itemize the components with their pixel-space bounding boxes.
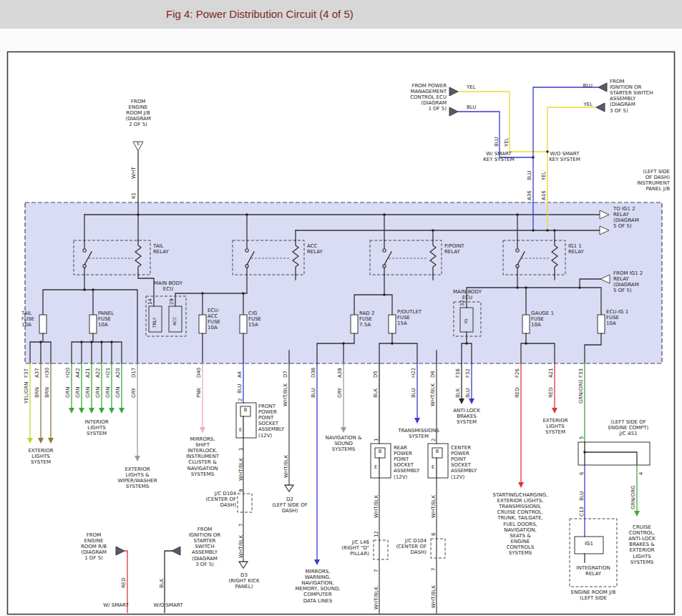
cig-fuse <box>240 315 247 333</box>
gauge1-fuse <box>522 315 530 333</box>
rad2-fuse <box>351 315 358 333</box>
ecu-ig1-fuse <box>598 315 605 333</box>
panel-fuse <box>89 315 97 333</box>
tail-fuse <box>39 315 47 333</box>
ecu-acc-fuse <box>199 315 206 333</box>
poutlet-fuse <box>389 315 396 333</box>
wiring-diagram-svg <box>0 0 682 616</box>
figure-page: Fig 4: Power Distribution Circuit (4 of … <box>0 0 682 616</box>
instrument-panel-jb-box <box>25 202 662 363</box>
